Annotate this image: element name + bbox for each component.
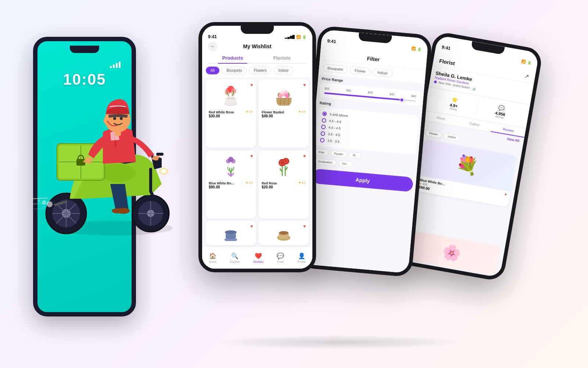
- svg-rect-47: [230, 174, 232, 177]
- svg-point-27: [47, 201, 53, 207]
- chip-flower[interactable]: Flower: [349, 66, 371, 76]
- main-filter-chips: All Bouquets Flowers Indoor: [202, 64, 312, 77]
- nav-wishlist[interactable]: ❤️ Wishlist: [253, 252, 263, 263]
- radio-45star[interactable]: [322, 118, 326, 123]
- star-icon-1: ★: [245, 110, 248, 113]
- product-name-4: Red Rose: [262, 181, 277, 185]
- occ-chip-graduation[interactable]: Graduation: [313, 158, 337, 166]
- heart-icon-6[interactable]: ♥: [303, 224, 306, 229]
- products-grid: ♥: [202, 77, 312, 221]
- florist-title: Florist: [439, 58, 455, 66]
- nav-wishlist-label: Wishlist: [253, 260, 263, 263]
- product-price-3: $90.00: [209, 185, 253, 189]
- rating-label-1: 5 and above: [330, 112, 348, 117]
- svg-point-63: [225, 230, 237, 234]
- stat-rating: ⭐ 4.9+ Rating: [430, 91, 479, 116]
- product-price-2: $49.00: [262, 114, 306, 118]
- product-rating-4: ★ 5.0: [298, 181, 306, 184]
- product-rating-2: ★ 4.9: [298, 110, 306, 113]
- phone-filter: 9:41 📶 🔋 Filter Bouquets Flower Indoor P…: [298, 25, 433, 277]
- svg-line-34: [31, 209, 44, 209]
- heart-icon-2[interactable]: ♥: [303, 82, 306, 88]
- radio-5star[interactable]: [322, 112, 327, 116]
- heart-icon-4[interactable]: ♥: [303, 153, 306, 159]
- main-phone-screen: 9:41 ▂▄▆█ 📶 🔋 ← My Wishlist Products Flo…: [202, 26, 312, 269]
- tab-products[interactable]: Products: [208, 52, 257, 63]
- occ-chip-w[interactable]: W...: [348, 152, 362, 159]
- tag-flower[interactable]: Flower: [425, 129, 442, 138]
- nav-home-label: Home: [209, 260, 216, 263]
- nav-home[interactable]: 🏠 Home: [209, 252, 216, 263]
- occ-chip-purple[interactable]: Purple: [330, 150, 347, 158]
- svg-rect-18: [76, 159, 85, 166]
- product-card-6: ♥: [259, 221, 309, 245]
- star-icon-3: ★: [245, 181, 248, 184]
- rating-label-3: 4.0 - 4.5: [329, 125, 341, 130]
- phones-section: 9:41 📶 🔋 Florist ↗ Sheila G. Lemke Radia…: [176, 7, 588, 361]
- chip-bouquets-main[interactable]: Bouquets: [222, 67, 247, 74]
- product-img-3: [209, 153, 253, 179]
- location-dot: [434, 81, 437, 84]
- price-label-5: $40: [411, 95, 416, 98]
- phone-main: 9:41 ▂▄▆█ 📶 🔋 ← My Wishlist Products Flo…: [198, 22, 316, 272]
- heart-icon-5[interactable]: ♥: [250, 224, 253, 229]
- share-icon[interactable]: ↗: [524, 73, 530, 79]
- chip-all[interactable]: All: [206, 67, 219, 74]
- explore-icon: 🔍: [231, 252, 239, 259]
- stat-reviews: 💬 4,956 Review: [476, 99, 525, 124]
- main-tab-row: Products Florists: [208, 52, 306, 64]
- product-img-6: [262, 224, 306, 242]
- view-all-link[interactable]: View All: [507, 137, 520, 143]
- bar-chart-icon: 📊: [472, 87, 476, 91]
- product-card-3: ♥: [206, 151, 256, 219]
- heart-icon-1[interactable]: ♥: [250, 82, 253, 88]
- main-status-icons: ▂▄▆█ 📶 🔋: [285, 35, 306, 39]
- radio-35star[interactable]: [320, 131, 325, 136]
- chip-indoor[interactable]: Indoor: [372, 68, 393, 78]
- chip-indoor-main[interactable]: Indoor: [273, 67, 293, 74]
- heart-icon-3[interactable]: ♥: [250, 153, 253, 159]
- battery-icon-filter: 🔋: [417, 47, 422, 51]
- price-label-1: $25: [325, 87, 330, 91]
- radio-30star[interactable]: [320, 138, 325, 142]
- rating-label-2: 4.5 - 4.9: [329, 119, 341, 124]
- title-row: ← My Wishlist: [208, 42, 306, 52]
- svg-point-24: [120, 117, 123, 120]
- price-label-2: $30: [346, 89, 351, 92]
- product-card-4: ♥: [259, 151, 309, 219]
- heart-icon[interactable]: ♥: [504, 192, 507, 197]
- occ-chip-pink[interactable]: Pink: [314, 149, 329, 156]
- price-label-4: $40: [390, 92, 395, 96]
- svg-point-62: [285, 160, 287, 162]
- main-screen-header: ← My Wishlist Products Florists: [202, 39, 312, 64]
- nav-explore[interactable]: 🔍 Explore: [230, 252, 240, 263]
- tab-florists[interactable]: Florists: [257, 52, 306, 63]
- wifi-icon-main: 📶: [296, 35, 301, 39]
- svg-point-23: [113, 117, 116, 120]
- nav-chat[interactable]: 💬 Chat: [277, 252, 284, 263]
- rating-section: 5 and above 4.5 - 4.9 4.0 - 4.5 3.5 - 4.…: [315, 107, 419, 155]
- partial-products-row: ♥ ♥: [202, 221, 312, 247]
- tag-indoor[interactable]: Indoor: [443, 132, 460, 142]
- product-name-1: Red White Rose: [209, 110, 234, 114]
- main-status-time: 9:41: [208, 34, 217, 39]
- home-icon: 🏠: [209, 252, 216, 259]
- occ-chip-ge[interactable]: Ge...: [338, 160, 353, 167]
- filter-title: Filter: [367, 56, 380, 63]
- product-img-4: [262, 153, 306, 179]
- wishlist-icon: ❤️: [255, 252, 262, 259]
- radio-40star[interactable]: [321, 125, 326, 130]
- product-rating-3: ★ 4.9: [245, 181, 253, 184]
- chip-bouquets[interactable]: Bouquets: [322, 64, 348, 74]
- nav-profile[interactable]: 👤 Profile: [297, 252, 306, 263]
- svg-rect-19: [156, 153, 164, 156]
- slider-thumb[interactable]: [399, 98, 404, 102]
- product-name-2: Flower Basket: [262, 110, 284, 114]
- nav-profile-label: Profile: [297, 260, 306, 263]
- chip-flowers-main[interactable]: Flowers: [249, 67, 271, 74]
- profile-icon: 👤: [298, 252, 305, 259]
- phones-shadow: [213, 335, 470, 350]
- product-rating-1: ★ 4.9: [245, 110, 253, 113]
- product-img-5: [209, 224, 253, 242]
- back-button[interactable]: ←: [208, 42, 218, 51]
